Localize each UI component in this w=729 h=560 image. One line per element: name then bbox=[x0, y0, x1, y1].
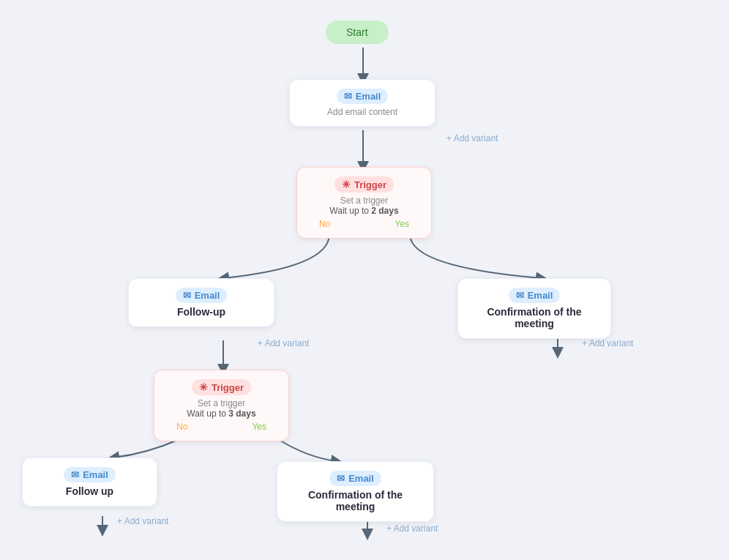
followup2-badge: ✉ Email bbox=[64, 467, 116, 482]
email1-icon: ✉ bbox=[344, 91, 352, 102]
add-variant-followup2[interactable]: + Add variant bbox=[117, 516, 168, 526]
confirm1-header: ✉ Email bbox=[509, 288, 561, 303]
trigger2-yes: Yes bbox=[252, 422, 266, 432]
trigger2-header: ✳ Trigger bbox=[192, 379, 251, 395]
trigger2-wait: Wait up to 3 days bbox=[187, 408, 255, 419]
confirm2-badge: ✉ Email bbox=[329, 471, 381, 486]
email1-badge-label: Email bbox=[356, 91, 381, 102]
trigger2-icon: ✳ bbox=[199, 381, 208, 393]
confirm2-badge-label: Email bbox=[348, 473, 374, 484]
email-confirm1-node[interactable]: ✉ Email Confirmation of the meeting bbox=[457, 278, 611, 339]
followup-header: ✉ Email bbox=[176, 288, 228, 303]
confirm2-header: ✉ Email bbox=[329, 471, 381, 486]
email1-header: ✉ Email bbox=[337, 89, 389, 104]
confirm2-icon: ✉ bbox=[337, 473, 345, 484]
confirm1-icon: ✉ bbox=[516, 290, 524, 301]
email-followup-node[interactable]: ✉ Email Follow-up bbox=[128, 278, 274, 327]
trigger2-badge-label: Trigger bbox=[212, 382, 244, 393]
trigger2-branches: No Yes bbox=[169, 422, 274, 432]
add-variant-confirm1[interactable]: + Add variant bbox=[582, 338, 633, 348]
email1-subtitle: Add email content bbox=[327, 107, 397, 117]
followup-badge: ✉ Email bbox=[176, 288, 228, 303]
confirm2-title: Confirmation of the meeting bbox=[292, 489, 419, 512]
trigger1-wait: Wait up to 2 days bbox=[329, 206, 398, 216]
trigger2-no: No bbox=[176, 422, 187, 432]
followup-badge-label: Email bbox=[195, 290, 220, 301]
trigger2-badge: ✳ Trigger bbox=[192, 379, 251, 395]
followup-icon: ✉ bbox=[183, 290, 191, 301]
trigger1-no: No bbox=[319, 219, 330, 229]
followup-title: Follow-up bbox=[177, 306, 225, 318]
trigger1-yes: Yes bbox=[395, 219, 409, 229]
followup2-icon: ✉ bbox=[71, 469, 79, 480]
confirm1-title: Confirmation of the meeting bbox=[473, 306, 596, 329]
trigger-node-1[interactable]: ✳ Trigger Set a trigger Wait up to 2 day… bbox=[296, 167, 432, 239]
confirm1-badge-label: Email bbox=[528, 290, 553, 301]
trigger-node-2[interactable]: ✳ Trigger Set a trigger Wait up to 3 day… bbox=[154, 370, 289, 441]
add-variant-1[interactable]: + Add variant bbox=[446, 133, 498, 143]
email-confirm2-node[interactable]: ✉ Email Confirmation of the meeting bbox=[277, 461, 434, 522]
start-label: Start bbox=[346, 26, 368, 38]
trigger2-subtitle: Set a trigger bbox=[198, 398, 245, 408]
confirm1-badge: ✉ Email bbox=[509, 288, 561, 303]
trigger1-badge-label: Trigger bbox=[354, 179, 386, 190]
trigger1-header: ✳ Trigger bbox=[334, 176, 394, 193]
trigger1-branches: No Yes bbox=[312, 219, 416, 229]
followup2-header: ✉ Email bbox=[64, 467, 116, 482]
start-node[interactable]: Start bbox=[326, 20, 389, 44]
email-node-1[interactable]: ✉ Email Add email content bbox=[289, 79, 435, 127]
trigger1-icon: ✳ bbox=[342, 179, 351, 190]
trigger1-subtitle: Set a trigger bbox=[340, 195, 388, 206]
add-variant-followup[interactable]: + Add variant bbox=[258, 338, 309, 348]
email-followup2-node[interactable]: ✉ Email Follow up bbox=[22, 458, 157, 507]
add-variant-confirm2[interactable]: + Add variant bbox=[386, 523, 438, 534]
trigger1-badge: ✳ Trigger bbox=[334, 176, 394, 193]
followup2-badge-label: Email bbox=[83, 469, 108, 480]
email1-badge: ✉ Email bbox=[337, 89, 389, 104]
followup2-title: Follow up bbox=[66, 485, 113, 497]
